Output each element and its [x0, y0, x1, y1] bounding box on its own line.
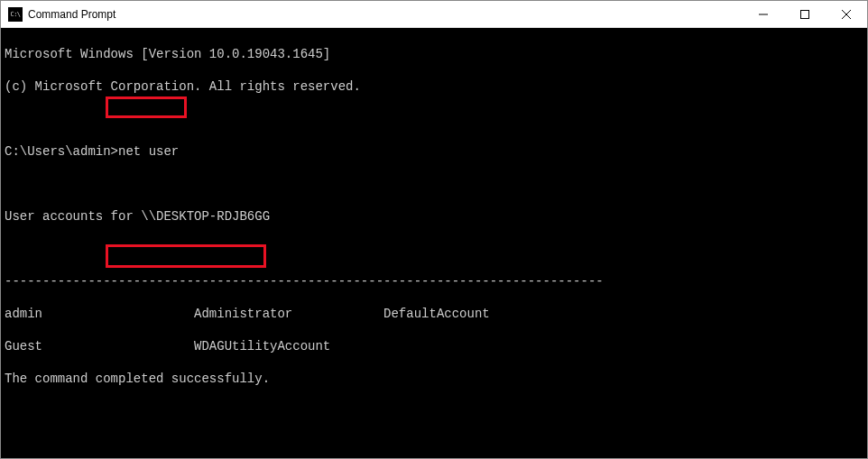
- terminal-content[interactable]: Microsoft Windows [Version 10.0.19043.16…: [1, 28, 867, 458]
- blank-line: [5, 111, 863, 127]
- cmd-icon: C:\: [8, 7, 23, 22]
- window-titlebar: C:\ Command Prompt: [1, 1, 867, 28]
- minimize-button[interactable]: [743, 1, 784, 27]
- user-row: admin Administrator DefaultAccount: [5, 306, 863, 322]
- completed-line: The command completed successfully.: [5, 371, 863, 387]
- window-controls: [743, 1, 867, 27]
- accounts-header: User accounts for \\DESKTOP-RDJB6GG: [5, 208, 863, 225]
- version-line: Microsoft Windows [Version 10.0.19043.16…: [5, 46, 863, 62]
- blank-line: [5, 176, 863, 192]
- window-title: Command Prompt: [28, 8, 743, 21]
- blank-line: [5, 241, 863, 257]
- prompt-path: C:\Users\admin>: [5, 144, 118, 159]
- command-text: net user: [118, 144, 179, 159]
- user-row: Guest WDAGUtilityAccount: [5, 338, 863, 354]
- separator-line: ----------------------------------------…: [5, 273, 863, 289]
- maximize-button[interactable]: [784, 1, 826, 27]
- blank-line: [5, 403, 863, 419]
- copyright-line: (c) Microsoft Corporation. All rights re…: [5, 78, 863, 95]
- prompt-line-1: C:\Users\admin>net user: [5, 143, 863, 160]
- svg-rect-1: [801, 10, 809, 18]
- blank-line: [5, 436, 863, 452]
- close-button[interactable]: [826, 1, 867, 27]
